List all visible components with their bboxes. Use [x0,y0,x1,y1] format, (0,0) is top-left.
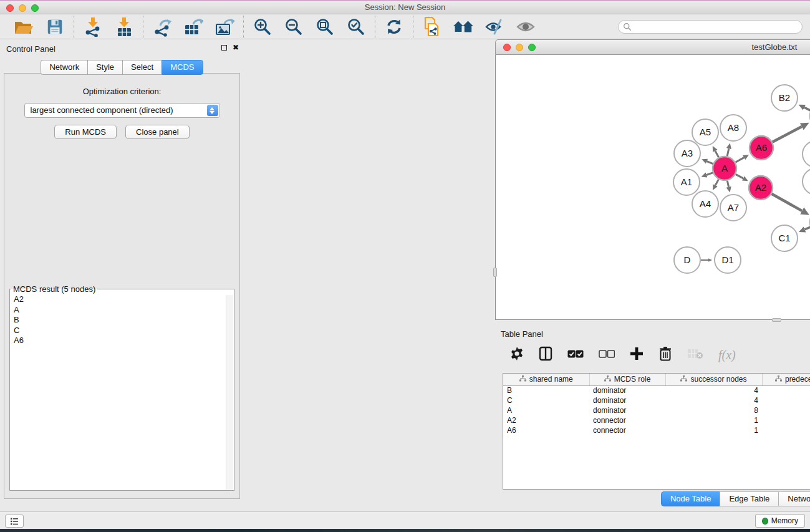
edge-A-A4[interactable] [715,180,718,186]
graph-node-A6[interactable]: A6 [750,136,773,160]
result-item[interactable]: A [14,305,234,316]
result-scrollbar[interactable] [226,295,233,490]
graph-node-A2[interactable]: A2 [749,176,773,200]
graph-node-B2[interactable]: B2 [771,85,798,111]
show-column-button[interactable] [539,347,552,362]
app-titlebar[interactable]: Session: New Session [0,1,810,14]
result-item[interactable]: A6 [14,336,234,346]
table-mode-button[interactable] [510,347,524,362]
column-header-shared-name[interactable]: shared name [503,374,589,385]
hide-selected-button[interactable] [484,17,505,37]
column-header-predecessor-nodes[interactable]: predecessor nodes [762,374,810,385]
graph-node-D[interactable]: D [674,247,700,273]
graph-node-A[interactable]: A [713,157,736,180]
graph-node-A5[interactable]: A5 [692,119,718,145]
function-builder-button[interactable]: f(x) [718,347,736,362]
graph-node-A3[interactable]: A3 [674,140,700,167]
create-column-button[interactable] [630,347,644,362]
result-item[interactable]: B [14,315,234,326]
zoom-out-button[interactable] [283,17,304,37]
cell-shared-name[interactable]: C [503,395,589,405]
network-from-selection-button[interactable] [422,17,443,37]
import-table-button[interactable] [113,17,135,37]
cell-MCDS-role[interactable]: dominator [589,385,665,395]
edge-A-A5[interactable] [715,151,719,157]
run-mcds-button[interactable]: Run MCDS [54,125,117,139]
network-window-titlebar[interactable]: testGlobe.txt [495,39,810,55]
table-row[interactable]: Cdominator41C [503,395,810,405]
tab-edge-table[interactable]: Edge Table [720,491,778,506]
minimize-window-button[interactable] [19,4,26,12]
left-divider-handle[interactable] [493,268,497,277]
graph-node-A4[interactable]: A4 [692,191,718,217]
cell-shared-name[interactable]: A6 [503,425,589,435]
delete-table-button[interactable] [687,347,703,362]
table-row[interactable]: Adominator80A [503,405,810,415]
close-panel-icon[interactable]: ✖ [233,44,239,51]
edge-A-A1[interactable] [706,173,713,175]
cell-MCDS-role[interactable]: dominator [589,395,665,405]
cell-successor-nodes[interactable]: 1 [665,425,762,435]
cell-successor-nodes[interactable]: 4 [665,395,762,405]
cell-predecessor-nodes[interactable]: 1 [762,415,810,425]
network-minimize-button[interactable] [516,44,523,51]
edge-C-C1[interactable] [805,227,810,230]
zoom-in-button[interactable] [252,17,273,37]
edge-A2-C[interactable] [771,194,802,211]
criterion-select[interactable]: largest connected component (directed) [24,103,220,118]
edge-A-A3[interactable] [707,162,713,164]
cell-shared-name[interactable]: A2 [503,415,589,425]
export-table-button[interactable] [183,17,204,37]
tab-select[interactable]: Select [122,60,162,75]
result-item[interactable]: C [14,326,234,336]
cell-predecessor-nodes[interactable]: 1 [762,395,810,405]
cell-successor-nodes[interactable]: 8 [665,405,762,415]
mcds-result-list[interactable]: A2ABCA6 [10,294,234,346]
table-row[interactable]: A6connector11A6 [503,425,810,435]
result-item[interactable]: A2 [14,294,234,305]
table-row[interactable]: A2connector11A2 [503,415,810,425]
network-canvas[interactable]: B4B2BB3A8A5A6A3B1AA1C2A2A4A7C4CC1C3DD1 [495,55,810,320]
graph-node-C1[interactable]: C1 [771,225,798,251]
select-all-button[interactable] [567,347,584,362]
cell-shared-name[interactable]: B [503,385,589,395]
tab-mcds[interactable]: MCDS [162,60,203,75]
memory-button[interactable]: Memory [755,514,805,528]
cell-shared-name[interactable]: A [503,405,589,415]
tab-network-table[interactable]: Network Table [778,491,810,506]
cell-MCDS-role[interactable]: connector [589,425,665,435]
delete-column-button[interactable] [658,347,672,362]
bottom-divider-handle[interactable] [772,318,781,322]
graph-node-A7[interactable]: A7 [720,195,746,221]
network-close-button[interactable] [503,44,511,51]
graph-node-A1[interactable]: A1 [673,169,700,195]
import-network-button[interactable] [82,17,104,37]
open-session-button[interactable] [13,17,34,37]
tab-node-table[interactable]: Node Table [661,491,720,506]
close-panel-button[interactable]: Close panel [125,125,190,139]
cell-predecessor-nodes[interactable]: 1 [762,385,810,395]
edge-B-B2[interactable] [804,107,810,110]
cell-successor-nodes[interactable]: 1 [665,415,762,425]
zoom-fit-button[interactable] [314,17,335,37]
cell-predecessor-nodes[interactable]: 0 [762,405,810,415]
tab-network[interactable]: Network [41,60,87,75]
zoom-window-button[interactable] [31,4,39,12]
cell-MCDS-role[interactable]: connector [589,415,665,425]
column-header-MCDS-role[interactable]: MCDS role [589,374,665,385]
edge-A-A2[interactable] [736,174,743,178]
edge-A-A8[interactable] [727,148,729,156]
first-neighbors-button[interactable] [453,17,474,37]
edge-A-A6[interactable] [736,158,745,163]
graph-node-B1[interactable]: B1 [803,141,810,167]
table-row[interactable]: Bdominator41B [503,385,810,395]
close-window-button[interactable] [6,4,14,12]
network-graph[interactable]: B4B2BB3A8A5A6A3B1AA1C2A2A4A7C4CC1C3DD1 [496,55,810,319]
deselect-all-button[interactable] [599,347,615,362]
export-image-button[interactable] [214,17,235,37]
search-input[interactable] [618,20,803,34]
graph-node-C2[interactable]: C2 [803,168,810,195]
cell-successor-nodes[interactable]: 4 [665,385,762,395]
tab-style[interactable]: Style [87,60,122,75]
refresh-button[interactable] [383,17,405,37]
